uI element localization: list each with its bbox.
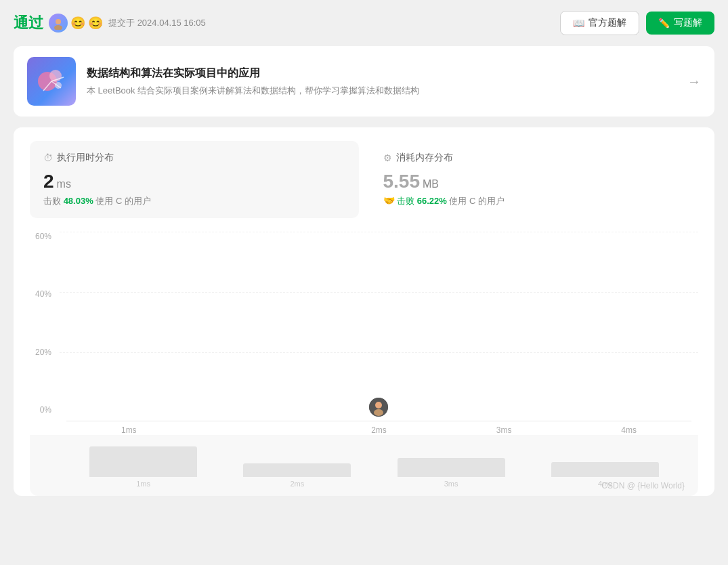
clock-icon: ⏱ (43, 152, 53, 163)
time-stat-block: ⏱ 执行用时分布 2ms 击败 48.03% 使用 C 的用户 (30, 141, 359, 218)
avatar-group: 😊 😊 提交于 2024.04.15 16:05 (49, 14, 206, 33)
edit-icon: ✏️ (658, 18, 670, 28)
x-label-1ms: 1ms (66, 425, 192, 435)
svg-point-1 (54, 25, 62, 30)
book-icon: 📖 (573, 18, 584, 28)
svg-point-9 (375, 402, 382, 409)
bars-container (66, 232, 691, 421)
stats-card: ⏱ 执行用时分布 2ms 击败 48.03% 使用 C 的用户 ⚙ 消耗内存分布… (14, 127, 714, 496)
header: 通过 😊 😊 提交于 2024.04.15 16:05 📖 官方题解 (14, 11, 714, 35)
submit-time: 提交于 2024.04.15 16:05 (108, 17, 206, 29)
x-label-4ms: 4ms (566, 425, 691, 435)
mem-stat-label: ⚙ 消耗内存分布 (383, 152, 685, 164)
sec-bar-3ms: 3ms (374, 458, 528, 488)
mem-stat-sub: 🤝 击败 66.22% 使用 C 的用户 (383, 195, 685, 207)
secondary-chart: 1ms 2ms 3ms 4ms CSDN @ {Hello World} (30, 435, 698, 496)
stats-row: ⏱ 执行用时分布 2ms 击败 48.03% 使用 C 的用户 ⚙ 消耗内存分布… (30, 141, 698, 218)
chart-y-labels: 60% 40% 20% 0% (30, 232, 54, 435)
chart-area: 60% 40% 20% 0% (30, 232, 698, 435)
emoji-1: 😊 (70, 16, 85, 30)
sec-bar-1ms: 1ms (66, 446, 220, 488)
book-desc: 本 LeetBook 结合实际项目案例来讲解算法和数据结构，帮你学习掌握算法和数… (87, 85, 677, 97)
x-label-2ms-a (192, 425, 317, 435)
mem-stat-value: 5.55MB (383, 171, 685, 192)
svg-point-10 (374, 409, 383, 416)
x-labels: 1ms 2ms 3ms 4ms (66, 425, 691, 435)
write-solution-button[interactable]: ✏️ 写题解 (646, 12, 714, 35)
mem-stat-block: ⚙ 消耗内存分布 5.55MB 🤝 击败 66.22% 使用 C 的用户 (370, 141, 699, 218)
book-info: 数据结构和算法在实际项目中的应用 本 LeetBook 结合实际项目案例来讲解算… (87, 66, 677, 97)
x-label-2ms: 2ms (316, 425, 442, 435)
header-left: 通过 😊 😊 提交于 2024.04.15 16:05 (14, 13, 206, 33)
book-title: 数据结构和算法在实际项目中的应用 (87, 66, 677, 81)
watermark: CSDN @ {Hello World} (601, 481, 685, 490)
y-label-20: 20% (30, 348, 54, 357)
emoji-2: 😊 (88, 16, 103, 30)
sec-bar-2ms: 2ms (220, 463, 374, 488)
status-text: 通过 (14, 13, 43, 33)
time-stat-value: 2ms (43, 171, 345, 192)
y-label-40: 40% (30, 289, 54, 299)
svg-point-0 (56, 19, 61, 24)
time-stat-label: ⏱ 执行用时分布 (43, 152, 345, 164)
y-label-60: 60% (30, 232, 54, 241)
time-stat-sub: 击败 48.03% 使用 C 的用户 (43, 195, 345, 207)
book-arrow-icon: → (687, 74, 701, 89)
book-cover (27, 57, 76, 106)
y-label-0: 0% (30, 405, 54, 415)
x-label-3ms: 3ms (442, 425, 567, 435)
chart-inner: 1ms 2ms 3ms 4ms (66, 232, 691, 435)
memory-icon: ⚙ (383, 152, 392, 163)
official-solution-button[interactable]: 📖 官方题解 (560, 11, 639, 35)
user-avatar-marker (368, 396, 389, 418)
header-right: 📖 官方题解 ✏️ 写题解 (560, 11, 714, 35)
avatar (49, 14, 68, 33)
book-card[interactable]: 数据结构和算法在实际项目中的应用 本 LeetBook 结合实际项目案例来讲解算… (14, 46, 714, 117)
